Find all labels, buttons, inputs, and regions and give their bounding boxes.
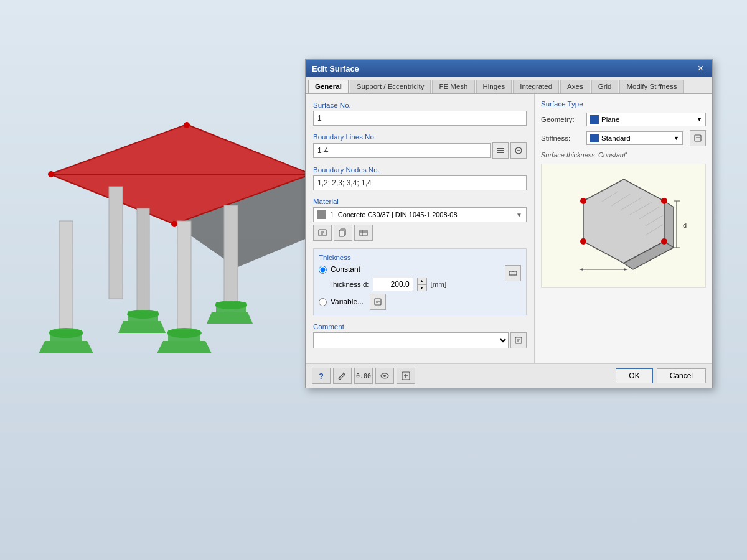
stiffness-key: Stiffness:: [541, 134, 581, 142]
svg-rect-28: [497, 148, 504, 149]
material-buttons: [313, 225, 527, 241]
stiffness-select[interactable]: Standard ▼: [586, 131, 683, 145]
thickness-d-label: Thickness d:: [329, 281, 369, 288]
tab-modify-stiffness[interactable]: Modify Stiffness: [619, 80, 684, 93]
dialog-body: Surface No. Boundary Lines No. B: [306, 94, 712, 363]
ok-button[interactable]: OK: [616, 368, 652, 383]
preview-note: Surface thickness 'Constant': [541, 151, 706, 159]
right-panel: Surface Type Geometry: Plane ▼ Stiffness…: [535, 94, 712, 363]
boundary-nodes-label: Boundary Nodes No.: [313, 166, 527, 174]
material-row: 1 Concrete C30/37 | DIN 1045-1:2008-08 ▼: [313, 207, 527, 222]
svg-rect-13: [168, 330, 200, 341]
title-bar: Edit Surface ×: [306, 60, 712, 77]
svg-rect-47: [515, 337, 522, 343]
geometry-select[interactable]: Plane ▼: [586, 113, 706, 126]
close-button[interactable]: ×: [695, 63, 706, 73]
dialog-buttons: OK Cancel: [616, 368, 706, 383]
constant-label: Constant: [331, 265, 360, 274]
thickness-d-input[interactable]: [373, 278, 413, 291]
edit-surface-dialog: Edit Surface × General Support / Eccentr…: [305, 59, 713, 388]
surface-no-input[interactable]: [313, 111, 527, 126]
material-edit-btn[interactable]: [313, 225, 332, 241]
geometry-key: Geometry:: [541, 116, 581, 123]
boundary-lines-select-btn[interactable]: [492, 142, 509, 159]
variable-radio[interactable]: [319, 298, 327, 306]
thickness-d-row: Thickness d: ▲ ▼ [mm]: [319, 278, 446, 291]
svg-point-63: [580, 198, 586, 204]
stiffness-chevron: ▼: [674, 135, 679, 141]
boundary-lines-label: Boundary Lines No.: [313, 133, 527, 141]
comment-label: Comment: [313, 323, 527, 330]
material-color-icon: [317, 210, 326, 219]
variable-row: Variable...: [319, 294, 446, 310]
3d-structure: [12, 62, 317, 386]
svg-rect-7: [59, 221, 73, 333]
stiffness-row: Stiffness: Standard ▼: [541, 130, 706, 146]
svg-point-77: [383, 375, 386, 377]
material-copy-btn[interactable]: [334, 225, 352, 241]
tab-axes[interactable]: Axes: [560, 80, 590, 93]
svg-rect-38: [339, 230, 344, 236]
tab-grid[interactable]: Grid: [591, 80, 619, 93]
svg-rect-11: [177, 221, 191, 333]
help-icon: ?: [319, 371, 324, 381]
variable-edit-btn[interactable]: [370, 294, 386, 310]
thickness-decrement-btn[interactable]: ▼: [417, 284, 427, 291]
svg-point-64: [661, 198, 667, 204]
svg-point-24: [48, 171, 54, 177]
cancel-button[interactable]: Cancel: [657, 368, 706, 383]
boundary-nodes-input[interactable]: [313, 175, 527, 190]
constant-radio[interactable]: [319, 266, 327, 274]
material-library-btn[interactable]: [354, 225, 373, 241]
boundary-lines-group: Boundary Lines No.: [313, 133, 527, 159]
comment-edit-btn[interactable]: [510, 332, 527, 348]
stiffness-value: Standard: [601, 134, 631, 142]
constant-radio-row: Constant: [319, 265, 446, 274]
thickness-section: Thickness Constant Thickness d:: [313, 248, 527, 315]
stiffness-edit-btn[interactable]: [690, 130, 706, 146]
boundary-lines-input[interactable]: [313, 143, 491, 158]
svg-marker-14: [157, 341, 212, 353]
tab-integrated[interactable]: Integrated: [513, 80, 559, 93]
svg-rect-15: [109, 187, 123, 299]
boundary-lines-deselect-btn[interactable]: [510, 142, 527, 159]
view-btn[interactable]: [375, 368, 394, 384]
svg-rect-29: [497, 150, 504, 151]
tab-fe-mesh[interactable]: FE Mesh: [432, 80, 474, 93]
values-icon: 0.00: [356, 373, 371, 380]
geometry-icon: [590, 115, 599, 124]
svg-rect-18: [216, 302, 246, 312]
surface-type-label: Surface Type: [541, 100, 706, 108]
svg-marker-72: [579, 268, 583, 271]
material-name: Concrete C30/37 | DIN 1045-1:2008-08: [338, 211, 458, 218]
svg-rect-22: [128, 311, 158, 321]
thickness-properties-btn[interactable]: [505, 265, 521, 281]
geometry-chevron: ▼: [697, 116, 702, 123]
svg-text:d: d: [683, 222, 687, 229]
svg-rect-50: [695, 135, 701, 141]
svg-rect-9: [50, 330, 82, 341]
tab-hinges[interactable]: Hinges: [476, 80, 512, 93]
tab-support[interactable]: Support / Eccentricity: [350, 80, 431, 93]
material-num: 1: [330, 210, 334, 219]
comment-section: Comment: [313, 323, 527, 348]
svg-rect-39: [360, 230, 367, 236]
comment-select[interactable]: [313, 332, 509, 348]
values-btn[interactable]: 0.00: [354, 368, 373, 384]
material-select[interactable]: 1 Concrete C30/37 | DIN 1045-1:2008-08 ▼: [313, 207, 527, 222]
svg-marker-73: [624, 268, 628, 271]
material-label: Material: [313, 198, 527, 205]
insert-btn[interactable]: [397, 368, 415, 384]
svg-marker-10: [39, 341, 93, 353]
thickness-header: Thickness: [319, 254, 521, 261]
thickness-increment-btn[interactable]: ▲: [417, 278, 427, 284]
tab-general[interactable]: General: [308, 80, 349, 93]
bottom-toolbar: ? 0.00 OK Cancel: [306, 363, 712, 388]
edit-btn[interactable]: [333, 368, 352, 384]
surface-no-label: Surface No.: [313, 101, 527, 109]
comment-row: [313, 332, 527, 348]
surface-preview-svg: d: [549, 167, 698, 285]
svg-marker-19: [207, 312, 253, 324]
svg-rect-20: [137, 208, 149, 314]
help-btn[interactable]: ?: [312, 368, 331, 384]
